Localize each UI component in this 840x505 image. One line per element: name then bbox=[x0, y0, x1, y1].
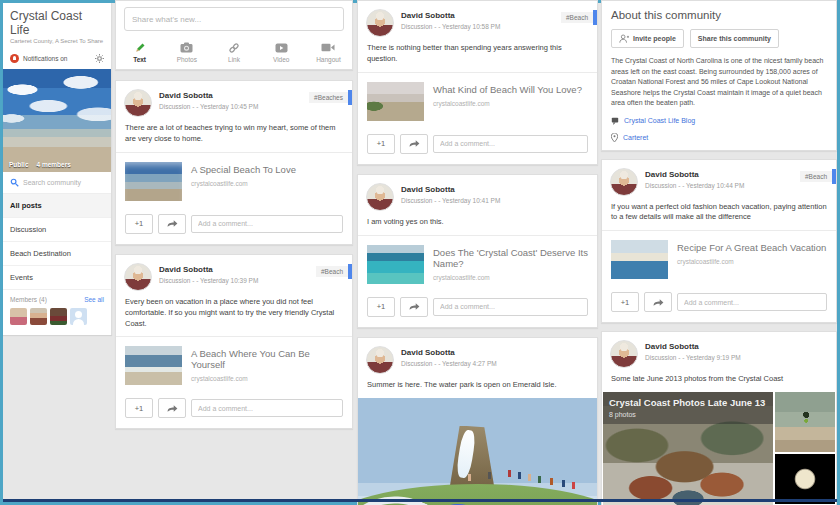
member-avatar-placeholder[interactable] bbox=[70, 308, 87, 325]
notifications-label: Notifications on bbox=[23, 55, 91, 62]
share-button[interactable] bbox=[644, 292, 672, 312]
sidebar-item-discussion[interactable]: Discussion bbox=[3, 218, 111, 242]
author-name[interactable]: David Sobotta bbox=[401, 346, 497, 357]
link-thumbnail[interactable] bbox=[611, 240, 668, 279]
forward-arrow-icon bbox=[167, 219, 178, 228]
plus-one-button[interactable]: +1 bbox=[125, 214, 153, 234]
see-all-link[interactable]: See all bbox=[84, 296, 104, 303]
album-photo-moon[interactable] bbox=[775, 454, 835, 504]
new-post-marker bbox=[593, 10, 597, 25]
post-header: David Sobotta Discussion - - Yesterday 1… bbox=[602, 160, 836, 200]
share-button[interactable] bbox=[158, 398, 186, 418]
author-name[interactable]: David Sobotta bbox=[159, 89, 258, 100]
link-title[interactable]: Recipe For A Great Beach Vacation bbox=[677, 240, 826, 253]
member-avatar[interactable] bbox=[30, 308, 47, 325]
category-badge[interactable]: #Beach bbox=[316, 266, 348, 277]
visibility-label: Public bbox=[9, 161, 29, 168]
link-attachment[interactable]: What Kind of Beach Will You Love? crysta… bbox=[358, 72, 597, 130]
post-actions: +1 bbox=[116, 394, 352, 428]
window-frame-bottom bbox=[3, 499, 837, 502]
link-attachment[interactable]: Recipe For A Great Beach Vacation crysta… bbox=[602, 230, 836, 288]
post-meta: Discussion - - Yesterday 10:41 PM bbox=[401, 197, 500, 204]
forward-arrow-icon bbox=[409, 139, 420, 148]
link-title[interactable]: Does The 'Crystal Coast' Deserve Its Nam… bbox=[433, 245, 588, 269]
invite-people-button[interactable]: Invite people bbox=[611, 29, 684, 48]
author-name[interactable]: David Sobotta bbox=[401, 9, 500, 20]
community-blog-link[interactable]: Crystal Coast Life Blog bbox=[611, 117, 827, 125]
comment-input[interactable] bbox=[191, 215, 343, 233]
link-title[interactable]: A Special Beach To Love bbox=[191, 162, 296, 175]
album-photo-child-jumping[interactable] bbox=[775, 392, 835, 452]
community-cover-photo[interactable]: Public 4 members bbox=[3, 69, 111, 172]
sidebar-item-events[interactable]: Events bbox=[3, 266, 111, 290]
post-body: There are a lot of beaches trying to win… bbox=[116, 121, 352, 152]
share-input[interactable] bbox=[124, 7, 344, 31]
post-body: If you want a perfect old fashion beach … bbox=[602, 200, 836, 231]
comment-input[interactable] bbox=[677, 293, 827, 311]
plus-one-button[interactable]: +1 bbox=[125, 398, 153, 418]
link-title[interactable]: A Beach Where You Can Be Yourself bbox=[191, 346, 343, 370]
notifications-toggle[interactable]: Notifications on bbox=[3, 50, 111, 69]
tab-photos[interactable]: Photos bbox=[163, 41, 210, 63]
gear-icon[interactable] bbox=[95, 54, 104, 63]
sidebar-item-beach-destination[interactable]: Beach Destination bbox=[3, 242, 111, 266]
album-side-photos bbox=[775, 392, 835, 505]
link-attachment[interactable]: Does The 'Crystal Coast' Deserve Its Nam… bbox=[358, 235, 597, 293]
community-search[interactable]: Search community bbox=[3, 172, 111, 194]
plus-one-button[interactable]: +1 bbox=[611, 292, 639, 312]
share-button[interactable] bbox=[400, 297, 428, 317]
post-meta: Discussion - - Yesterday 10:39 PM bbox=[159, 277, 258, 284]
post-actions: +1 bbox=[116, 210, 352, 244]
post-card: David Sobotta Discussion - - Yesterday 4… bbox=[357, 337, 598, 505]
plus-one-button[interactable]: +1 bbox=[367, 297, 395, 317]
author-avatar[interactable] bbox=[366, 346, 394, 374]
category-badge[interactable]: #Beach bbox=[800, 171, 832, 182]
link-thumbnail[interactable] bbox=[125, 162, 182, 201]
link-source: crystalcoastlife.com bbox=[677, 258, 826, 265]
member-avatar[interactable] bbox=[10, 308, 27, 325]
comment-input[interactable] bbox=[433, 135, 588, 153]
author-name[interactable]: David Sobotta bbox=[645, 168, 744, 179]
author-avatar[interactable] bbox=[366, 183, 394, 211]
tab-text[interactable]: Text bbox=[116, 41, 163, 63]
link-title[interactable]: What Kind of Beach Will You Love? bbox=[433, 82, 582, 95]
plus-one-button[interactable]: +1 bbox=[367, 134, 395, 154]
author-avatar[interactable] bbox=[366, 9, 394, 37]
tab-video[interactable]: Video bbox=[258, 41, 305, 63]
member-avatars bbox=[3, 306, 111, 329]
comment-input[interactable] bbox=[433, 298, 588, 316]
author-avatar[interactable] bbox=[610, 168, 638, 196]
author-avatar[interactable] bbox=[124, 89, 152, 117]
comment-input[interactable] bbox=[191, 399, 343, 417]
stream-column-2: David Sobotta Discussion - - Yesterday 1… bbox=[357, 0, 598, 505]
about-title: About this community bbox=[611, 9, 827, 21]
author-avatar[interactable] bbox=[610, 340, 638, 368]
cover-meta: Public 4 members bbox=[3, 161, 111, 168]
author-name[interactable]: David Sobotta bbox=[401, 183, 500, 194]
album-photo-crabs[interactable]: Crystal Coast Photos Late June 13 8 phot… bbox=[603, 392, 773, 505]
link-source: crystalcoastlife.com bbox=[433, 274, 588, 281]
category-badge[interactable]: #Beach bbox=[561, 12, 593, 23]
stream-column-1: Text Photos bbox=[115, 0, 353, 438]
category-badge[interactable]: #Beaches bbox=[309, 92, 348, 103]
link-thumbnail[interactable] bbox=[125, 346, 182, 385]
new-post-marker bbox=[832, 169, 836, 184]
share-community-button[interactable]: Share this community bbox=[690, 29, 779, 48]
water-park-photo[interactable] bbox=[358, 398, 597, 505]
member-avatar[interactable] bbox=[50, 308, 67, 325]
post-actions: +1 bbox=[602, 288, 836, 322]
link-attachment[interactable]: A Special Beach To Love crystalcoastlife… bbox=[116, 152, 352, 210]
author-name[interactable]: David Sobotta bbox=[159, 263, 258, 274]
tab-hangout[interactable]: Hangout bbox=[305, 41, 352, 63]
author-name[interactable]: David Sobotta bbox=[645, 340, 741, 351]
post-card: David Sobotta Discussion - - Yesterday 1… bbox=[115, 80, 353, 245]
community-location-link[interactable]: Carteret bbox=[611, 133, 827, 142]
link-attachment[interactable]: A Beach Where You Can Be Yourself crysta… bbox=[116, 336, 352, 394]
author-avatar[interactable] bbox=[124, 263, 152, 291]
share-button[interactable] bbox=[158, 214, 186, 234]
share-button[interactable] bbox=[400, 134, 428, 154]
link-thumbnail[interactable] bbox=[367, 245, 424, 284]
link-thumbnail[interactable] bbox=[367, 82, 424, 121]
sidebar-item-all-posts[interactable]: All posts bbox=[3, 194, 111, 218]
tab-link[interactable]: Link bbox=[210, 41, 257, 63]
